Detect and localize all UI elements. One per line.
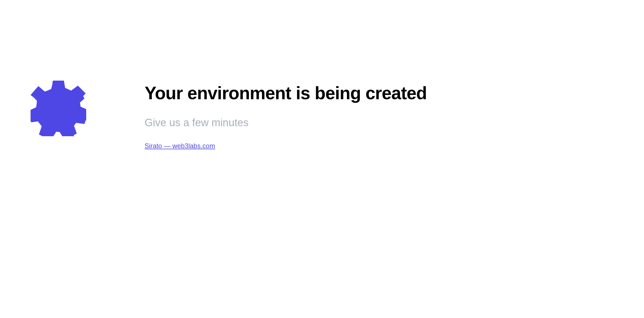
- loading-container: Your environment is being created Give u…: [31, 81, 427, 150]
- sirato-link[interactable]: Sirato — web3labs.com: [145, 142, 215, 150]
- content-area: Your environment is being created Give u…: [145, 81, 427, 150]
- subtitle-text: Give us a few minutes: [145, 117, 427, 129]
- gear-icon: [31, 81, 86, 136]
- page-title: Your environment is being created: [145, 83, 427, 103]
